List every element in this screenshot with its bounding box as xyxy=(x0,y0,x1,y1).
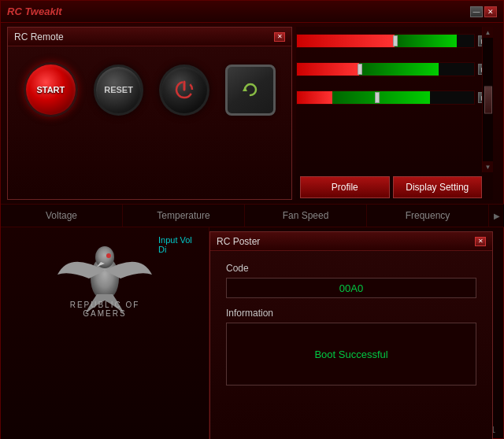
rc-remote-title: RC Remote xyxy=(14,31,64,42)
remote-buttons-container: START RESET xyxy=(8,46,291,133)
slider-thumb-3 xyxy=(375,92,380,103)
profile-button[interactable]: Profile xyxy=(300,176,390,198)
slider-thumb-2 xyxy=(358,64,362,75)
display-setting-button[interactable]: Display Setting xyxy=(393,176,483,198)
slider-fill-green-3 xyxy=(332,91,430,104)
rog-republic-label: REPUBLIC OF xyxy=(70,301,140,309)
slider-thumb-1 xyxy=(393,35,398,46)
app-title: RC TweakIt xyxy=(7,6,62,17)
slider-row-1: ▶ xyxy=(296,27,493,55)
slider-row-3: ▶ xyxy=(296,83,493,112)
code-value-box: 00A0 xyxy=(226,278,476,298)
code-label: Code xyxy=(226,263,476,274)
profile-button-label: Profile xyxy=(332,182,358,193)
tab-fan-speed[interactable]: Fan Speed xyxy=(245,205,367,227)
rc-poster-title-bar: RC Poster ✕ xyxy=(210,232,492,251)
information-value: Boot Successful xyxy=(314,349,387,360)
rc-remote-title-bar: RC Remote ✕ xyxy=(8,28,291,46)
svg-point-4 xyxy=(95,246,114,268)
main-window: RC TweakIt — ✕ RC Remote ✕ START RESET xyxy=(0,0,504,439)
minimize-button[interactable]: — xyxy=(470,6,483,17)
input-vol-label: Input Vol xyxy=(158,235,192,245)
tab-voltage-label: Voltage xyxy=(46,210,77,221)
scroll-track xyxy=(483,38,493,161)
reset-button-label: RESET xyxy=(104,85,133,94)
tab-voltage[interactable]: Voltage xyxy=(1,205,123,227)
start-button-label: START xyxy=(36,85,65,94)
power-icon xyxy=(173,79,195,101)
tab-frequency-label: Frequency xyxy=(406,210,450,221)
slider-fill-green-2 xyxy=(359,63,439,76)
input-labels: Input Vol Di xyxy=(158,235,192,254)
scroll-thumb xyxy=(484,86,492,113)
di-label: Di xyxy=(158,245,192,254)
refresh-button[interactable] xyxy=(225,65,276,116)
reset-button[interactable]: RESET xyxy=(94,65,144,116)
rc-remote-window: RC Remote ✕ START RESET xyxy=(7,27,292,200)
slider-fill-green-1 xyxy=(395,35,457,47)
tab-next-arrow[interactable]: ▶ xyxy=(489,205,504,227)
information-label: Information xyxy=(226,308,476,319)
tab-frequency[interactable]: Frequency xyxy=(367,205,489,227)
scroll-down-btn[interactable]: ▼ xyxy=(483,161,493,172)
display-setting-button-label: Display Setting xyxy=(406,182,469,193)
refresh-icon xyxy=(239,78,262,101)
rog-text: REPUBLIC OF GAMERS xyxy=(70,301,140,318)
rc-poster-title: RC Poster xyxy=(217,236,260,247)
tab-bar: Voltage Temperature Fan Speed Frequency … xyxy=(1,204,504,227)
rc-remote-close-button[interactable]: ✕ xyxy=(274,32,285,42)
rc-poster-content: Code 00A0 Information Boot Successful xyxy=(210,251,492,397)
slider-track-2[interactable] xyxy=(296,62,475,76)
rog-gamers-label: GAMERS xyxy=(70,309,140,318)
bottom-section: REPUBLIC OF GAMERS Input Vol Di Function… xyxy=(1,227,209,439)
slider-track-1[interactable] xyxy=(296,34,475,48)
content-area: RC Remote ✕ START RESET xyxy=(1,23,503,438)
slider-fill-red-2 xyxy=(297,63,359,76)
tab-temperature[interactable]: Temperature xyxy=(123,205,245,227)
slider-fill-red-1 xyxy=(297,35,395,47)
code-value: 00A0 xyxy=(339,282,363,294)
rc-poster-close-button[interactable]: ✕ xyxy=(475,237,486,246)
slider-fill-red-3 xyxy=(297,91,332,104)
scroll-up-btn[interactable]: ▲ xyxy=(483,27,493,38)
slider-track-3[interactable] xyxy=(296,90,475,105)
slider-row-2: ▶ xyxy=(296,55,493,83)
tab-fan-speed-label: Fan Speed xyxy=(283,210,329,221)
svg-point-5 xyxy=(106,253,111,258)
scrollbar[interactable]: ▲ ▼ xyxy=(482,27,493,172)
title-controls: — ✕ xyxy=(470,6,497,17)
tab-temperature-label: Temperature xyxy=(157,210,209,221)
profile-display-btns: Profile Display Setting xyxy=(296,176,493,198)
information-box: Boot Successful xyxy=(226,323,476,386)
sliders-area: ▶ ▶ ▶ ▲ xyxy=(296,27,493,200)
start-button[interactable]: START xyxy=(24,62,78,117)
rc-poster-window: RC Poster ✕ Code 00A0 Information Boot S… xyxy=(209,231,493,439)
close-button[interactable]: ✕ xyxy=(484,6,497,17)
power-button[interactable] xyxy=(159,65,209,116)
title-bar: RC TweakIt — ✕ xyxy=(1,1,503,23)
